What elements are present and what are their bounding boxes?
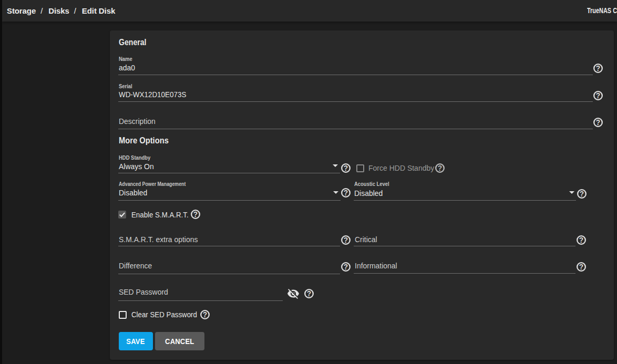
svg-text:?: ? — [343, 164, 347, 172]
svg-text:?: ? — [579, 263, 583, 271]
svg-text:?: ? — [579, 236, 583, 244]
svg-text:?: ? — [344, 189, 348, 197]
svg-text:?: ? — [596, 65, 600, 72]
svg-text:?: ? — [437, 164, 441, 172]
svg-text:?: ? — [596, 119, 600, 127]
svg-text:?: ? — [306, 290, 311, 298]
svg-text:?: ? — [344, 236, 348, 244]
svg-text:?: ? — [344, 263, 348, 271]
svg-text:?: ? — [202, 311, 207, 319]
svg-text:?: ? — [579, 190, 583, 198]
svg-text:?: ? — [193, 211, 198, 219]
svg-text:?: ? — [596, 92, 600, 100]
